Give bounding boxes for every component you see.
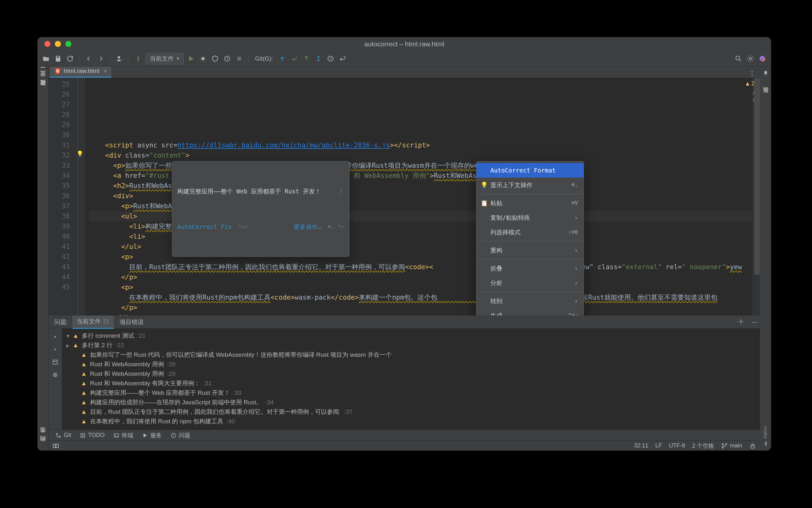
window-minimize[interactable] bbox=[55, 41, 61, 47]
problem-item[interactable]: ▲如果你写了一些 Rust 代码，你可以把它编译成 WebAssembly！这份… bbox=[62, 350, 760, 359]
context-menu-item[interactable]: 📋粘贴⌘V bbox=[477, 196, 583, 210]
context-menu-item[interactable]: 列选择模式⇧⌘8 bbox=[477, 225, 583, 240]
problem-item[interactable]: ▲Rust 和 WebAssembly 用例:28 bbox=[62, 359, 760, 369]
notifications-icon[interactable] bbox=[760, 69, 771, 78]
code-line[interactable]: <p> bbox=[89, 282, 753, 292]
context-menu-item[interactable]: 重构› bbox=[477, 243, 583, 257]
code-line[interactable]: </div> bbox=[89, 313, 753, 315]
open-folder-icon[interactable] bbox=[41, 54, 51, 64]
problems-tab-errors[interactable]: 项目错误 bbox=[115, 316, 148, 329]
intention-bulb-icon[interactable]: 💡 bbox=[76, 150, 83, 157]
intention-more-action[interactable]: 更多操作… bbox=[294, 222, 321, 232]
editor-minimap[interactable]: ▲ 21 ∧ ∨ bbox=[753, 78, 760, 315]
code-area[interactable]: <script async src=https://dl1swbr.baidu.… bbox=[85, 78, 753, 315]
window-close[interactable] bbox=[44, 41, 50, 47]
code-line[interactable]: <script async src=https://dl1swbr.baidu.… bbox=[89, 140, 753, 150]
run-config-selector[interactable]: 当前文件 ▾ bbox=[146, 53, 184, 65]
window-maximize[interactable] bbox=[65, 41, 71, 47]
left-tab-commit[interactable]: 提交 bbox=[37, 77, 48, 86]
save-icon[interactable] bbox=[53, 54, 63, 64]
status-lock-icon[interactable] bbox=[749, 442, 756, 449]
left-tab-structure[interactable]: 结构 bbox=[37, 442, 48, 451]
svg-point-0 bbox=[118, 56, 120, 59]
problem-item[interactable]: ▲在本教程中，我们将使用 Rust 的 npm 包构建工具:40 bbox=[62, 417, 760, 426]
right-tab-notifications[interactable]: 通知 bbox=[760, 78, 771, 87]
context-menu-item[interactable]: 折叠› bbox=[477, 261, 583, 276]
right-tool-bar: 通知 make ▮ bbox=[760, 67, 771, 451]
status-encoding[interactable]: UTF-8 bbox=[669, 442, 685, 449]
refresh-icon[interactable] bbox=[65, 54, 75, 64]
left-tab-pullrequests[interactable]: 拉取请求 bbox=[37, 86, 48, 94]
editor-tabs-more-icon[interactable]: ⋮ bbox=[744, 70, 760, 78]
code-line[interactable]: 目前，Rust团队正专注于第二种用例，因此我们也将着重介绍它。对于第一种用例，可… bbox=[89, 262, 753, 272]
context-menu-item[interactable]: 复制/粘贴特殊› bbox=[477, 210, 583, 225]
left-tab-bookmarks[interactable]: 书签 bbox=[37, 433, 48, 442]
run-icon[interactable] bbox=[186, 54, 196, 64]
bottom-tab-todo[interactable]: TODO bbox=[76, 430, 109, 440]
right-tab-make[interactable]: make ▮ bbox=[760, 422, 771, 451]
stop-icon[interactable] bbox=[234, 54, 244, 64]
left-tab-project[interactable]: 项目 bbox=[37, 68, 48, 77]
debug-icon[interactable] bbox=[198, 54, 208, 64]
git-update2-icon[interactable] bbox=[314, 54, 323, 64]
chevron-right-icon: › bbox=[574, 212, 578, 223]
avatar-dropdown-icon[interactable] bbox=[115, 54, 124, 64]
code-line[interactable]: <div class="content"> bbox=[89, 150, 753, 161]
intention-more-icon[interactable]: ⋮ bbox=[338, 186, 344, 196]
code-line[interactable]: </p> bbox=[89, 302, 753, 313]
minimap-scrollbar[interactable] bbox=[754, 78, 760, 274]
status-windows-icon[interactable] bbox=[52, 442, 59, 449]
bottom-tab-services[interactable]: 服务 bbox=[138, 430, 166, 441]
problems-next-icon[interactable] bbox=[48, 344, 62, 355]
context-menu-item[interactable]: 分析› bbox=[477, 276, 583, 290]
git-push-icon[interactable] bbox=[302, 54, 311, 64]
code-editor[interactable]: 2526272829303132333435363738394041424344… bbox=[48, 78, 760, 315]
editor-tab-html[interactable]: html.raw.html × bbox=[50, 67, 111, 78]
bottom-tab-terminal[interactable]: 终端 bbox=[110, 430, 137, 441]
problem-item[interactable]: ▲构建应用的组成部分——在现存的 JavaScript 前端中使用 Rust。:… bbox=[62, 398, 760, 407]
bottom-tab-git[interactable]: Git bbox=[52, 430, 75, 440]
problems-target-icon[interactable] bbox=[48, 369, 62, 381]
build-icon[interactable] bbox=[133, 54, 143, 64]
context-menu-item[interactable]: 转到› bbox=[477, 294, 583, 308]
coverage-icon[interactable] bbox=[210, 54, 220, 64]
problem-item[interactable]: ▾▲多行 comment 测试:21 bbox=[62, 331, 760, 341]
problem-item[interactable]: ▲Rust 和 WebAssembly 用例:29 bbox=[62, 369, 760, 379]
context-menu-item[interactable]: 生成…^⌘⏎ bbox=[477, 308, 583, 315]
intention-more-shortcut: ⌘. ⌃⏎ bbox=[328, 222, 344, 232]
context-menu-item[interactable]: AutoCorrect Format bbox=[477, 163, 583, 178]
git-revert-icon[interactable] bbox=[338, 54, 347, 64]
bottom-tab-problems[interactable]: 问题 bbox=[167, 430, 194, 441]
problem-item[interactable]: ▲目前，Rust 团队正专注于第二种用例，因此我们也将着重介绍它。对于第一种用例… bbox=[62, 407, 760, 417]
status-position[interactable]: 32:11 bbox=[634, 442, 648, 449]
status-indent[interactable]: 2 个空格 bbox=[692, 442, 714, 450]
code-line[interactable]: 在本教程中，我们将使用Rust的npm包构建工具<code>wasm-pack<… bbox=[89, 292, 753, 302]
problem-item[interactable]: ▲构建完整应用——整个 Web 应用都基于 Rust 开发！:33 bbox=[62, 388, 760, 398]
problems-settings-icon[interactable] bbox=[735, 319, 747, 326]
git-history-icon[interactable] bbox=[326, 54, 335, 64]
editor-tab-name: html.raw.html bbox=[64, 68, 99, 75]
status-branch[interactable]: main bbox=[721, 442, 742, 449]
intention-fix-action[interactable]: AutoCorrect Fix bbox=[177, 222, 232, 232]
warning-triangle-icon: ▲ bbox=[746, 80, 749, 87]
git-commit-icon[interactable] bbox=[290, 54, 299, 64]
problems-sidebar bbox=[48, 329, 62, 430]
problems-view-icon[interactable] bbox=[48, 356, 62, 368]
forward-icon[interactable] bbox=[96, 54, 106, 64]
git-pull-icon[interactable] bbox=[278, 54, 287, 64]
code-line[interactable]: </p> bbox=[89, 272, 753, 282]
profile-icon[interactable] bbox=[222, 54, 232, 64]
jetbrains-icon[interactable] bbox=[758, 54, 767, 64]
status-line-sep[interactable]: LF bbox=[655, 442, 662, 449]
problems-hide-icon[interactable]: — bbox=[748, 319, 760, 325]
back-icon[interactable] bbox=[84, 54, 93, 64]
search-icon[interactable] bbox=[734, 54, 743, 64]
context-menu-item[interactable]: 💡显示上下文操作⌘. bbox=[477, 178, 583, 192]
problem-item[interactable]: ▸▲多行第 2 行:22 bbox=[62, 341, 760, 350]
close-tab-icon[interactable]: × bbox=[104, 68, 107, 75]
problems-tab-current[interactable]: 当前文件 21 bbox=[72, 315, 114, 329]
gear-icon[interactable] bbox=[746, 54, 755, 64]
problems-list[interactable]: ▾▲多行 comment 测试:21▸▲多行第 2 行:22▲如果你写了一些 R… bbox=[62, 329, 760, 430]
problem-item[interactable]: ▲Rust 和 WebAssembly 有两大主要用例：:31 bbox=[62, 379, 760, 388]
problems-prev-icon[interactable] bbox=[48, 331, 62, 342]
